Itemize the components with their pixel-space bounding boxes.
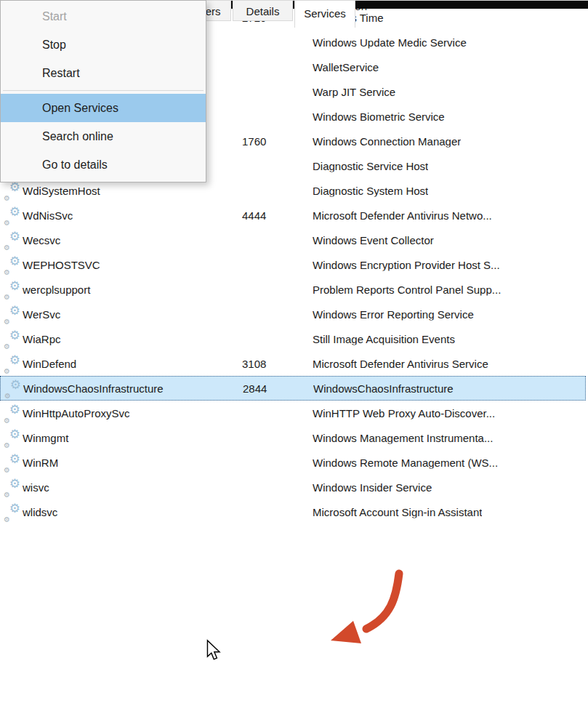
service-description: Diagnostic System Host — [313, 185, 428, 197]
service-name: WindowsChaosInfrastructure — [23, 382, 164, 395]
service-description: WindowsChaosInfrastructure — [313, 382, 454, 395]
service-row-WerSvc[interactable]: WerSvcWindows Error Reporting Service — [0, 302, 586, 326]
service-row-WinHttpAutoProxySvc[interactable]: WinHttpAutoProxySvcWinHTTP Web Proxy Aut… — [0, 401, 586, 425]
service-row-WdNisSvc[interactable]: WdNisSvc4444Microsoft Defender Antivirus… — [0, 203, 586, 228]
service-description: Windows Biometric Service — [313, 111, 445, 123]
service-description: Still Image Acquisition Events — [313, 333, 455, 345]
service-name: WdNisSvc — [23, 209, 73, 222]
service-gear-icon — [4, 479, 20, 496]
service-description: Microsoft Defender Antivirus Netwo... — [313, 209, 492, 222]
service-gear-icon — [4, 281, 20, 298]
service-name: WiaRpc — [23, 333, 61, 345]
service-gear-icon — [4, 182, 20, 199]
context-menu-item-stop[interactable]: Stop — [1, 31, 206, 59]
tab-details[interactable]: Details — [233, 0, 293, 21]
service-gear-icon — [4, 331, 20, 348]
service-gear-icon — [4, 306, 20, 323]
service-pid: 1760 — [242, 135, 266, 148]
service-gear-icon — [4, 454, 20, 471]
service-description: Windows Update Medic Service — [313, 36, 467, 49]
service-pid: 2844 — [243, 382, 267, 395]
service-description: Windows Management Instrumenta... — [313, 432, 493, 444]
menu-separator — [3, 90, 204, 91]
mouse-cursor-icon — [207, 640, 220, 659]
context-menu-item-restart[interactable]: Restart — [1, 59, 206, 87]
service-row-wercplsupport[interactable]: wercplsupportProblem Reports Control Pan… — [0, 277, 586, 302]
service-description: Microsoft Defender Antivirus Service — [313, 358, 488, 370]
service-row-WinDefend[interactable]: WinDefend3108Microsoft Defender Antiviru… — [0, 351, 586, 376]
service-row-Wecsvc[interactable]: WecsvcWindows Event Collector — [0, 228, 586, 252]
service-gear-icon — [4, 430, 20, 446]
service-row-wlidsvc[interactable]: wlidsvcMicrosoft Account Sign-in Assista… — [0, 499, 586, 524]
context-menu-item-search-online[interactable]: Search online — [1, 122, 206, 150]
service-description: Windows Connection Manager — [313, 135, 461, 148]
service-gear-icon — [4, 232, 20, 249]
service-name: Wecsvc — [23, 234, 60, 246]
service-name: wisvc — [23, 481, 49, 494]
service-description: Windows Error Reporting Service — [313, 308, 474, 321]
service-description: Windows Encryption Provider Host S... — [313, 259, 500, 271]
service-gear-icon — [4, 356, 20, 372]
context-menu-item-open-services[interactable]: Open Services — [1, 94, 206, 122]
service-description: Windows Event Collector — [313, 234, 434, 246]
service-pid: 3108 — [242, 358, 266, 370]
service-row-WindowsChaosInfrastructure[interactable]: WindowsChaosInfrastructure2844WindowsCha… — [0, 376, 586, 401]
tab-services[interactable]: Services — [294, 0, 355, 28]
service-description: Diagnostic Service Host — [313, 160, 428, 172]
service-gear-icon — [4, 207, 20, 224]
service-description: Windows Remote Management (WS... — [313, 457, 498, 469]
service-name: WEPHOSTSVC — [23, 259, 100, 271]
service-name: WinRM — [23, 457, 58, 469]
service-description: Windows Insider Service — [313, 481, 432, 494]
service-pid: 4444 — [242, 209, 266, 222]
service-gear-icon — [4, 380, 21, 397]
service-name: WdiSystemHost — [23, 185, 100, 197]
service-row-wisvc[interactable]: wisvcWindows Insider Service — [0, 475, 586, 499]
service-description: WalletService — [313, 61, 379, 73]
context-menu-item-go-to-details[interactable]: Go to details — [1, 150, 206, 179]
service-row-WEPHOSTSVC[interactable]: WEPHOSTSVCWindows Encryption Provider Ho… — [0, 252, 586, 277]
service-name: wlidsvc — [23, 506, 57, 518]
service-gear-icon — [4, 504, 20, 521]
service-description: WinHTTP Web Proxy Auto-Discover... — [313, 407, 495, 419]
service-name: wercplsupport — [23, 284, 90, 296]
service-name: WinDefend — [23, 358, 76, 370]
service-name: WerSvc — [23, 308, 60, 321]
context-menu-item-start: Start — [1, 2, 206, 31]
service-description: Microsoft Account Sign-in Assistant — [313, 506, 482, 518]
service-name: Winmgmt — [23, 432, 68, 444]
service-gear-icon — [4, 405, 20, 422]
context-menu: StartStopRestartOpen ServicesSearch onli… — [0, 0, 206, 182]
service-name: WinHttpAutoProxySvc — [23, 407, 130, 419]
service-gear-icon — [4, 257, 20, 273]
service-row-WinRM[interactable]: WinRMWindows Remote Management (WS... — [0, 450, 586, 475]
service-description: Problem Reports Control Panel Supp... — [313, 284, 501, 296]
service-description: Warp JIT Service — [313, 86, 395, 98]
service-row-Winmgmt[interactable]: WinmgmtWindows Management Instrumenta... — [0, 425, 586, 450]
service-row-WiaRpc[interactable]: WiaRpcStill Image Acquisition Events — [0, 326, 586, 351]
red-arrow-annotation — [331, 574, 399, 643]
